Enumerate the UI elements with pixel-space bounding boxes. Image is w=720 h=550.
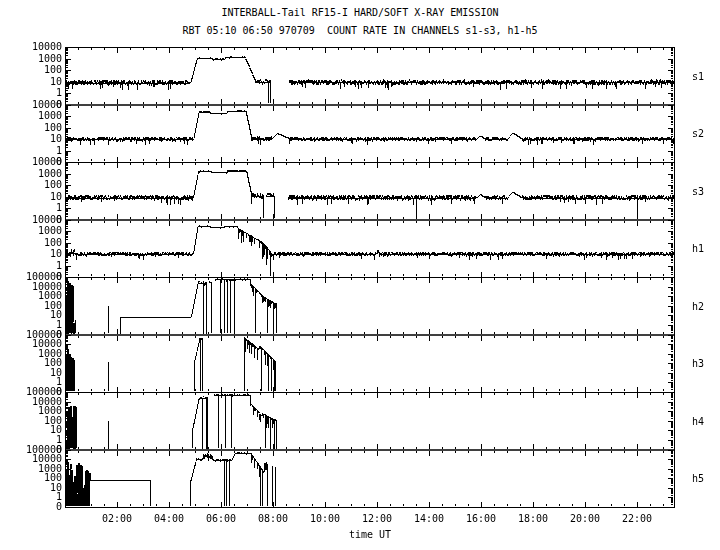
x-tick-label: 16:00 [456, 514, 506, 524]
x-tick-label: 14:00 [404, 514, 454, 524]
channel-label: s3 [692, 187, 704, 197]
y-tick-label: 1000 [38, 54, 62, 64]
y-tick-label: 1000 [38, 226, 62, 236]
y-tick-label: 1000 [38, 169, 62, 179]
y-tick-label: 1 [56, 88, 62, 98]
x-tick-label: 22:00 [612, 514, 662, 524]
y-tick-label: 10000 [32, 157, 62, 167]
y-tick-label: 100 [44, 180, 62, 190]
y-tick-label: 100 [44, 65, 62, 75]
x-tick-label: 20:00 [560, 514, 610, 524]
channel-label: s1 [692, 72, 704, 82]
xray-emission-figure: INTERBALL-Tail RF15-I HARD/SOFT X-RAY EM… [0, 0, 720, 550]
y-tick-label: 10 [50, 134, 62, 144]
y-tick-label: 10000 [32, 42, 62, 52]
y-tick-label: 1000 [38, 111, 62, 121]
y-tick-label: 10 [50, 249, 62, 259]
channel-label: h4 [692, 417, 704, 427]
x-tick-label: 06:00 [196, 514, 246, 524]
y-tick-label: 10000 [32, 215, 62, 225]
x-tick-label: 10:00 [300, 514, 350, 524]
y-tick-label: 1 [56, 203, 62, 213]
channel-label: h1 [692, 244, 704, 254]
channel-label: h3 [692, 359, 704, 369]
y-tick-label: 10 [50, 77, 62, 87]
x-tick-label: 02:00 [92, 514, 142, 524]
x-tick-label: 12:00 [352, 514, 402, 524]
x-tick-label: 04:00 [144, 514, 194, 524]
y-tick-label: 100 [44, 123, 62, 133]
y-tick-label: 10 [50, 192, 62, 202]
channel-label: s2 [692, 129, 704, 139]
x-tick-label: 08:00 [248, 514, 298, 524]
x-axis-title: time UT [270, 529, 470, 540]
y-tick-label: 100 [44, 238, 62, 248]
plot-canvas [0, 0, 720, 550]
y-tick-label: 0 [56, 502, 62, 512]
x-tick-label: 18:00 [508, 514, 558, 524]
channel-label: h2 [692, 302, 704, 312]
y-tick-label: 1 [56, 261, 62, 271]
y-tick-label: 1 [56, 146, 62, 156]
channel-label: h5 [692, 474, 704, 484]
y-tick-label: 10000 [32, 100, 62, 110]
